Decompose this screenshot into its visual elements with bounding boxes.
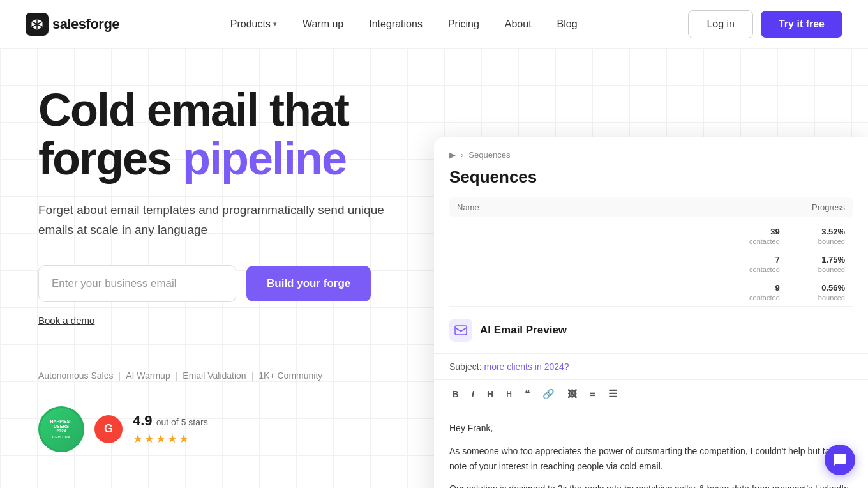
sequence-rows: 39 contacted 3.52% bounced 7 contacted [449,222,853,307]
email-subject: Subject: more clients in 2024? [434,354,868,380]
toolbar-list-ordered[interactable]: ☰ [606,386,620,401]
hero-section: Cold email that forges pipeline Forget a… [0,48,868,488]
badge-ai-warmup: AI Warmup [126,370,170,381]
build-forge-button[interactable]: Build your forge [246,266,371,301]
nav-item-about[interactable]: About [495,13,542,35]
nav-item-products[interactable]: Products ▾ [220,13,287,35]
toolbar-quote[interactable]: ❝ [522,387,532,401]
email-greeting: Hey Frank, [449,421,853,436]
email-para1: As someone who too appreciates the power… [449,444,853,475]
seq-stat-bounce-2: 1.75% bounced [818,255,845,273]
hero-form: Build your forge [38,265,396,302]
breadcrumb-icon: ▶ [449,150,456,160]
login-button[interactable]: Log in [688,10,753,38]
email-preview-title: AI Email Preview [480,324,567,337]
breadcrumb-label: Sequences [468,150,510,160]
mockup-panel: ▶ › Sequences Sequences Name Progress 39… [434,137,868,488]
col-name: Name [457,202,479,212]
toolbar-link[interactable]: 🔗 [540,387,557,401]
sequences-table-header: Name Progress [449,197,853,217]
rating-row: HAPPIEST USERS 2024 CRISTINA G 4.9 out o… [38,406,396,452]
nav-item-blog[interactable]: Blog [547,13,588,35]
email-para2: Our solution is designed to 2x the reply… [449,482,853,488]
seq-stat-contacts-1: 39 contacted [749,227,780,245]
seq-stat-bounce-1: 3.52% bounced [818,227,845,245]
happiest-users-badge: HAPPIEST USERS 2024 CRISTINA [38,406,84,452]
hero-content: Cold email that forges pipeline Forget a… [0,48,434,452]
nav-item-integrations[interactable]: Integrations [359,13,433,35]
svg-rect-1 [455,326,467,335]
nav-item-warmup[interactable]: Warm up [292,13,354,35]
hero-subheading: Forget about email templates and program… [38,201,396,240]
nav-item-pricing[interactable]: Pricing [438,13,490,35]
logo[interactable]: salesforge [26,13,119,36]
badge-community: 1K+ Community [258,370,322,381]
seq-stat-contacts-2: 7 contacted [749,255,780,273]
feature-badges: Autonomous Sales | AI Warmup | Email Val… [38,370,396,381]
g2-badge: G [94,415,123,443]
sequences-breadcrumb: ▶ › Sequences [449,150,853,160]
email-input[interactable] [38,265,236,302]
seq-row-1: 39 contacted 3.52% bounced [449,222,853,250]
rating-info: 4.9 out of 5 stars ★★★★★ [133,413,208,446]
email-toolbar: B I H H ❝ 🔗 🖼 ≡ ☰ [434,380,868,408]
toolbar-italic[interactable]: I [469,387,477,400]
navbar: salesforge Products ▾ Warm up Integratio… [0,0,868,48]
hero-heading-line1: Cold email that [38,84,348,135]
hero-heading-line2: forges pipeline [38,133,346,184]
seq-row-3: 9 contacted 0.56% bounced [449,278,853,307]
toolbar-h2[interactable]: H [504,388,514,400]
email-body: Hey Frank, As someone who too appreciate… [434,408,868,488]
seq-stat-contacts-3: 9 contacted [749,283,780,301]
sequences-panel: ▶ › Sequences Sequences Name Progress 39… [434,137,868,307]
email-preview-header: AI Email Preview [434,307,868,354]
breadcrumb-separator: › [461,150,463,160]
hero-heading: Cold email that forges pipeline [38,86,396,183]
toolbar-list-unordered[interactable]: ≡ [587,387,598,401]
email-icon [449,319,472,342]
chat-bubble[interactable] [825,445,855,475]
seq-row-2: 7 contacted 1.75% bounced [449,250,853,278]
email-preview-panel: AI Email Preview Subject: more clients i… [434,307,868,488]
badge-autonomous-sales: Autonomous Sales [38,370,114,381]
nav-links: Products ▾ Warm up Integrations Pricing … [220,13,588,35]
rating-score: 4.9 out of 5 stars [133,413,208,429]
badge-email-validation: Email Validation [183,370,246,381]
col-progress: Progress [812,202,845,212]
toolbar-bold[interactable]: B [449,387,461,400]
nav-ctas: Log in Try it free [688,10,842,38]
seq-stat-bounce-3: 0.56% bounced [818,283,845,301]
book-demo-link[interactable]: Book a demo [38,315,94,326]
rating-stars: ★★★★★ [133,432,208,446]
try-free-button[interactable]: Try it free [761,11,842,38]
logo-text: salesforge [52,16,119,33]
toolbar-h1[interactable]: H [484,388,496,400]
sequences-title: Sequences [449,167,853,187]
toolbar-image[interactable]: 🖼 [565,387,580,400]
chevron-down-icon: ▾ [273,20,277,28]
